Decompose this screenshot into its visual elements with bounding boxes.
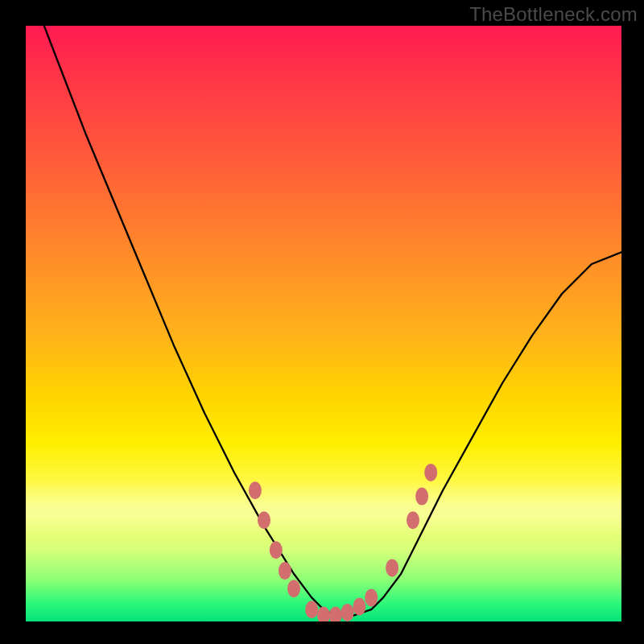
watermark-text: TheBottleneck.com	[469, 3, 638, 26]
curve-marker	[365, 588, 378, 606]
plot-area	[26, 26, 621, 621]
curve-svg	[26, 26, 621, 621]
curve-marker	[407, 511, 419, 529]
curve-marker	[305, 601, 318, 618]
curve-marker	[258, 511, 270, 529]
curve-marker	[249, 481, 262, 499]
curve-marker	[415, 488, 428, 506]
curve-marker	[353, 598, 365, 616]
curve-marker	[341, 604, 354, 621]
bottleneck-curve	[26, 26, 621, 616]
curve-marker	[317, 607, 330, 621]
curve-marker	[287, 580, 300, 597]
curve-marker	[386, 559, 398, 576]
curve-marker	[279, 562, 291, 580]
markers-group	[249, 464, 437, 621]
curve-marker	[424, 464, 437, 481]
curve-marker	[270, 541, 283, 559]
chart-frame: TheBottleneck.com	[0, 0, 644, 644]
curve-marker	[329, 607, 342, 621]
